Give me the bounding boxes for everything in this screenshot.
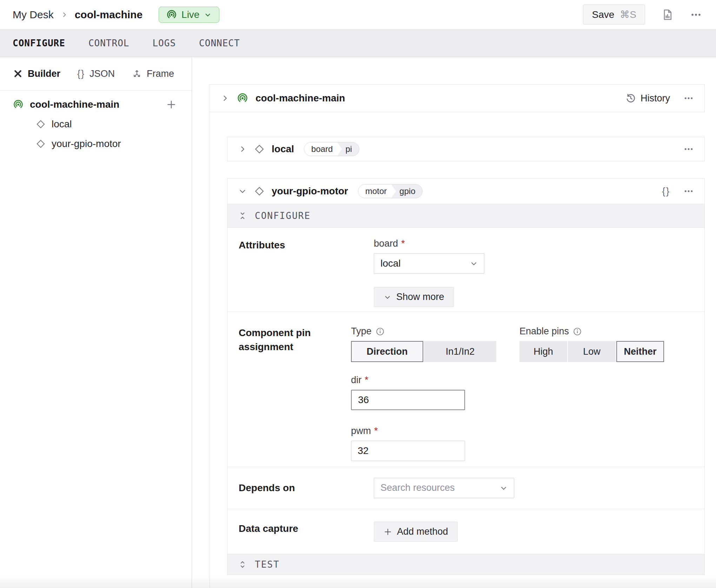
info-icon[interactable] [376,327,385,336]
tree-machine-label: cool-machine-main [30,99,119,110]
json-view-icon[interactable]: {} [662,186,670,197]
enable-pins-group: Enable pins High Low Neither [519,326,664,461]
breadcrumb-root-link[interactable]: My Desk [13,9,54,21]
mode-frame[interactable]: Frame [132,68,174,79]
machine-report-icon[interactable] [661,8,674,21]
type-in1in2-option[interactable]: In1/In2 [424,341,496,362]
pin-type-group: Type Direction In1/In2 [351,326,496,461]
depends-on-placeholder: Search resources [380,482,455,493]
history-icon [625,93,636,103]
tree-spine-line [210,112,210,588]
enable-high-option[interactable]: High [519,341,567,362]
pwm-pin-input[interactable] [351,441,465,461]
add-method-label: Add method [397,526,448,537]
machine-part-tree: cool-machine-main local your-gpio-motor [0,91,192,154]
tree-item-local[interactable]: local [0,114,192,134]
tools-icon [13,68,23,79]
component-diamond-icon [254,186,265,196]
tag-model: pi [342,144,359,154]
config-canvas: cool-machine-main History [192,57,716,588]
add-component-icon[interactable] [166,99,177,110]
chevron-down-icon [383,293,392,301]
mode-builder-label: Builder [28,68,60,79]
header-more-menu-icon[interactable] [690,9,702,21]
dir-pin-input[interactable] [351,390,465,410]
pwm-pin-field: pwm* [351,426,496,461]
depends-on-select[interactable]: Search resources [374,478,514,498]
show-more-button[interactable]: Show more [374,287,454,307]
board-field-label: board* [374,238,484,249]
breadcrumb: My Desk cool-machine [13,9,142,21]
enable-pins-segmented: High Low Neither [519,341,664,362]
local-board-card: local board pi [227,137,705,161]
frame-axes-icon [132,68,142,79]
info-icon[interactable] [573,327,582,336]
tree-item-machine[interactable]: cool-machine-main [0,95,192,114]
dir-pin-field: dir* [351,375,496,410]
local-card-title: local [272,143,294,155]
machine-card-menu-icon[interactable] [683,93,694,103]
tag-type: motor [358,185,396,198]
expand-chevron-icon[interactable] [238,145,247,154]
collapse-chevron-icon[interactable] [238,187,247,196]
expand-section-icon[interactable] [238,560,247,569]
machine-config-page: My Desk cool-machine Live Save ⌘S [0,0,716,588]
board-select[interactable]: local [374,253,484,274]
component-diamond-icon [36,139,46,149]
config-sidebar: Builder {} JSON Frame [0,57,192,588]
add-method-button[interactable]: Add method [374,522,458,542]
machine-part-icon [237,92,248,104]
attributes-row: Attributes board* local [227,228,704,312]
motor-card-title: your-gpio-motor [272,186,348,197]
component-diamond-icon [36,119,46,129]
pin-assignment-label: Component pin assignment [239,326,351,467]
enable-pins-label: Enable pins [519,326,664,337]
tree-item-your-gpio-motor[interactable]: your-gpio-motor [0,134,192,154]
attributes-label: Attributes [239,238,374,312]
save-button[interactable]: Save ⌘S [583,5,645,25]
required-marker: * [374,426,378,436]
enable-neither-option[interactable]: Neither [616,341,664,362]
tab-control[interactable]: CONTROL [88,38,130,48]
resource-type-tag: board pi [304,142,359,156]
mode-builder[interactable]: Builder [13,68,60,79]
enable-low-option[interactable]: Low [568,341,616,362]
machine-part-card: cool-machine-main History [210,84,705,112]
machine-card-title: cool-machine-main [256,93,345,104]
pin-type-segmented: Direction In1/In2 [351,341,496,362]
header-actions: Save ⌘S [583,5,702,25]
braces-icon: {} [77,68,85,79]
resource-type-tag: motor gpio [358,184,423,198]
plus-icon [383,527,392,536]
config-mode-switcher: Builder {} JSON Frame [0,57,192,91]
chevron-down-icon [469,259,478,268]
machine-tabbar: CONFIGURE CONTROL LOGS CONNECT [0,29,716,57]
dir-label: dir* [351,375,496,386]
expand-chevron-icon[interactable] [220,94,230,103]
tab-configure[interactable]: CONFIGURE [13,38,65,48]
local-card-menu-icon[interactable] [683,144,694,154]
mode-json-label: JSON [90,68,115,79]
required-marker: * [365,375,369,386]
pin-assignment-row: Component pin assignment Type [227,312,704,467]
required-marker: * [401,238,405,249]
motor-card-menu-icon[interactable] [683,186,694,196]
breadcrumb-chevron-icon [60,11,68,19]
history-button[interactable]: History [625,93,670,104]
machine-status-dropdown[interactable]: Live [159,7,219,23]
component-diamond-icon [254,144,265,154]
status-label: Live [181,9,199,20]
depends-on-row: Depends on Search resources [227,467,704,509]
chevron-down-icon [499,483,508,493]
type-direction-option[interactable]: Direction [351,341,423,362]
tag-type: board [304,142,342,156]
data-capture-label: Data capture [239,522,374,554]
save-label: Save [592,9,614,20]
collapse-section-icon[interactable] [238,211,247,220]
configure-section-label: CONFIGURE [255,211,311,221]
breadcrumb-machine-name: cool-machine [75,9,142,21]
tab-logs[interactable]: LOGS [152,38,176,48]
tab-connect[interactable]: CONNECT [199,38,240,48]
gpio-motor-card: your-gpio-motor motor gpio {} [227,178,705,575]
mode-json[interactable]: {} JSON [77,68,115,79]
